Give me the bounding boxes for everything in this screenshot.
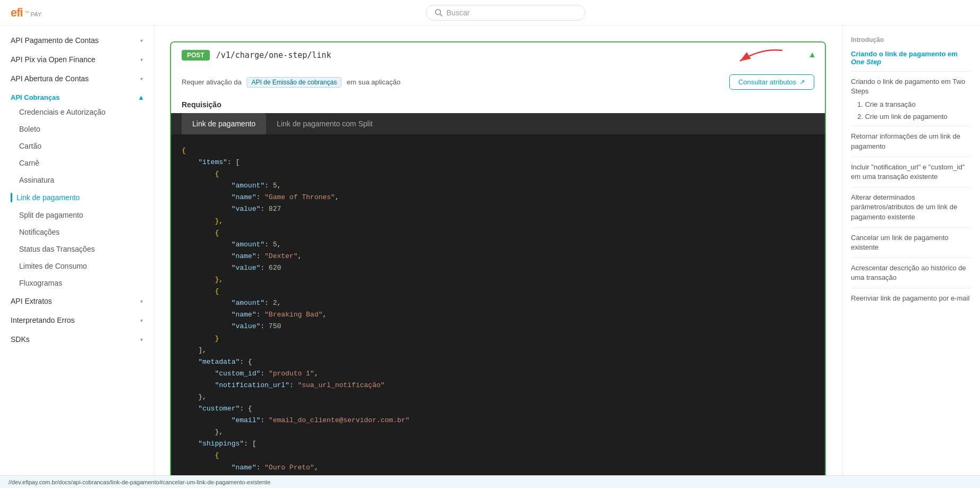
code-line: ], bbox=[182, 345, 814, 356]
sidebar-sub-item-notificacoes[interactable]: Notificações bbox=[0, 224, 154, 241]
right-panel-nav-alterar-params[interactable]: Alterar determinados parâmetros/atributo… bbox=[851, 193, 972, 222]
external-link-icon: ↗ bbox=[799, 78, 805, 86]
sidebar-sub-item-limites-consumo[interactable]: Limites de Consumo bbox=[0, 258, 154, 275]
code-line: "metadata": { bbox=[182, 356, 814, 368]
code-line: { bbox=[182, 145, 814, 157]
sidebar-sub-item-assinatura[interactable]: Assinatura bbox=[0, 172, 154, 189]
divider bbox=[851, 288, 972, 288]
right-panel-nav-crie-link[interactable]: 2. Crie um link de pagamento bbox=[851, 113, 972, 121]
divider bbox=[851, 187, 972, 187]
code-line: "shippings": [ bbox=[182, 438, 814, 450]
chevron-down-icon: ▾ bbox=[140, 76, 143, 82]
active-indicator bbox=[11, 193, 12, 202]
code-line: "customer": { bbox=[182, 403, 814, 415]
right-panel-current-section[interactable]: Criando o link de pagamento em One Step bbox=[851, 50, 972, 66]
right-panel: Introdução Criando o link de pagamento e… bbox=[842, 25, 980, 475]
code-line: "name": "Breaking Bad", bbox=[182, 309, 814, 321]
tab-link-pagamento[interactable]: Link de pagamento bbox=[182, 113, 266, 134]
statusbar-url: //dev.efipay.com.br/docs/api-cobrancas/l… bbox=[8, 479, 270, 485]
code-line: } bbox=[182, 333, 814, 345]
code-line: "custom_id": "produto 1", bbox=[182, 368, 814, 380]
sidebar-sub-item-status-transacoes[interactable]: Status das Transações bbox=[0, 241, 154, 258]
logo: efi ™ PAY bbox=[11, 6, 41, 20]
topbar: efi ™ PAY Buscar bbox=[0, 0, 980, 25]
tab-bar: Link de pagamento Link de pagamento com … bbox=[171, 113, 825, 134]
tab-link-split[interactable]: Link de pagamento com Split bbox=[266, 113, 384, 134]
code-line: }, bbox=[182, 274, 814, 286]
right-panel-nav-reenviar-link[interactable]: Reenviar link de pagamento por e-mail bbox=[851, 294, 972, 303]
statusbar: //dev.efipay.com.br/docs/api-cobrancas/l… bbox=[0, 475, 980, 488]
code-line: "name": "Ouro Preto", bbox=[182, 462, 814, 474]
api-requirement: Requer ativação da API de Emissão de cob… bbox=[171, 68, 825, 96]
sidebar-item-api-cobrancas[interactable]: API Cobranças ▴ bbox=[0, 88, 154, 104]
content-area: POST /v1/charge/one-step/link ▲ Requer a… bbox=[154, 25, 842, 475]
right-panel-nav-retornar-info[interactable]: Retornar informações de um link de pagam… bbox=[851, 132, 972, 151]
code-line: "amount": 5, bbox=[182, 180, 814, 192]
api-endpoint: /v1/charge/one-step/link bbox=[216, 50, 331, 60]
logo-pay-text: PAY bbox=[31, 11, 41, 18]
right-panel-nav-crie-transacao[interactable]: 1. Crie a transação bbox=[851, 100, 972, 108]
chevron-down-icon: ▾ bbox=[140, 38, 143, 44]
divider bbox=[851, 157, 972, 157]
requisition-label: Requisição bbox=[171, 96, 825, 113]
code-line: { bbox=[182, 168, 814, 180]
chevron-down-icon: ▾ bbox=[140, 298, 143, 304]
right-panel-title: Introdução bbox=[851, 36, 972, 44]
api-block: POST /v1/charge/one-step/link ▲ Requer a… bbox=[170, 41, 826, 475]
red-arrow-annotation bbox=[729, 45, 793, 72]
chevron-down-icon: ▾ bbox=[140, 57, 143, 63]
code-line: }, bbox=[182, 391, 814, 403]
right-panel-nav-two-steps[interactable]: Criando o link de pagamento em Two Steps bbox=[851, 77, 972, 96]
chevron-up-icon: ▴ bbox=[139, 93, 143, 101]
sidebar-sub-item-cartao[interactable]: Cartão bbox=[0, 138, 154, 155]
right-panel-nav-acrescentar-desc[interactable]: Acrescentar descrição ao histórico de um… bbox=[851, 263, 972, 282]
code-line: "items": [ bbox=[182, 157, 814, 168]
code-line: { bbox=[182, 450, 814, 461]
sidebar-sub-item-link-pagamento[interactable]: Link de pagamento bbox=[0, 189, 154, 207]
code-line: "email": "email_do_cliente@servidor.com.… bbox=[182, 415, 814, 426]
api-badge: API de Emissão de cobranças bbox=[246, 77, 342, 88]
chevron-down-icon: ▾ bbox=[140, 337, 143, 343]
code-line: "notification_url": "sua_url_notificação… bbox=[182, 380, 814, 391]
sidebar-item-api-pix-open-finance[interactable]: API Pix via Open Finance ▾ bbox=[0, 50, 154, 69]
search-bar[interactable]: Buscar bbox=[426, 5, 585, 21]
code-line: "amount": 5, bbox=[182, 239, 814, 251]
divider bbox=[851, 71, 972, 72]
api-header: POST /v1/charge/one-step/link ▲ bbox=[171, 42, 825, 68]
right-panel-nav-cancelar-link[interactable]: Cancelar um link de pagamento existente bbox=[851, 233, 972, 252]
sidebar-item-api-extratos[interactable]: API Extratos ▾ bbox=[0, 292, 154, 311]
sidebar-item-api-pagamento-contas[interactable]: API Pagamento de Contas ▾ bbox=[0, 31, 154, 50]
sidebar-sub-item-fluxogramas[interactable]: Fluxogramas bbox=[0, 275, 154, 292]
code-line: "value": 620 bbox=[182, 262, 814, 274]
consult-btn[interactable]: Consultar atributos ↗ bbox=[729, 74, 814, 90]
code-line: { bbox=[182, 227, 814, 239]
sidebar-sub-item-credenciais[interactable]: Credenciais e Autorização bbox=[0, 104, 154, 121]
sidebar-item-interpretando-erros[interactable]: Interpretando Erros ▾ bbox=[0, 311, 154, 330]
requirement-text: Requer ativação da API de Emissão de cob… bbox=[182, 78, 400, 86]
code-line: "name": "Game of Thrones", bbox=[182, 192, 814, 203]
right-panel-nav-incluir-notif[interactable]: Incluir "notification_url" e "custom_id"… bbox=[851, 162, 972, 182]
method-badge: POST bbox=[182, 50, 210, 61]
logo-trademark: ™ bbox=[24, 10, 29, 15]
code-line: }, bbox=[182, 216, 814, 227]
search-icon bbox=[435, 9, 442, 16]
divider bbox=[851, 227, 972, 228]
sidebar-sub-item-boleto[interactable]: Boleto bbox=[0, 121, 154, 138]
search-placeholder: Buscar bbox=[447, 8, 470, 17]
sidebar: API Pagamento de Contas ▾ API Pix via Op… bbox=[0, 25, 154, 475]
sidebar-sub-item-split-pagamento[interactable]: Split de pagamento bbox=[0, 207, 154, 224]
code-line: "value": 750 bbox=[182, 321, 814, 332]
sidebar-item-api-abertura-contas[interactable]: API Abertura de Contas ▾ bbox=[0, 69, 154, 88]
code-line: "amount": 2, bbox=[182, 297, 814, 309]
chevron-down-icon: ▾ bbox=[140, 318, 143, 323]
code-line: { bbox=[182, 286, 814, 297]
logo-efi-text: efi bbox=[11, 6, 23, 20]
code-line: "value": 827 bbox=[182, 203, 814, 215]
sidebar-sub-item-carne[interactable]: Carnê bbox=[0, 155, 154, 172]
code-line: "name": "Dexter", bbox=[182, 251, 814, 262]
collapse-icon[interactable]: ▲ bbox=[808, 50, 816, 59]
sidebar-item-sdks[interactable]: SDKs ▾ bbox=[0, 330, 154, 349]
divider bbox=[851, 258, 972, 258]
code-line: }, bbox=[182, 426, 814, 438]
code-block: { "items": [ { "amount": 5, "name": "Gam… bbox=[171, 134, 825, 475]
